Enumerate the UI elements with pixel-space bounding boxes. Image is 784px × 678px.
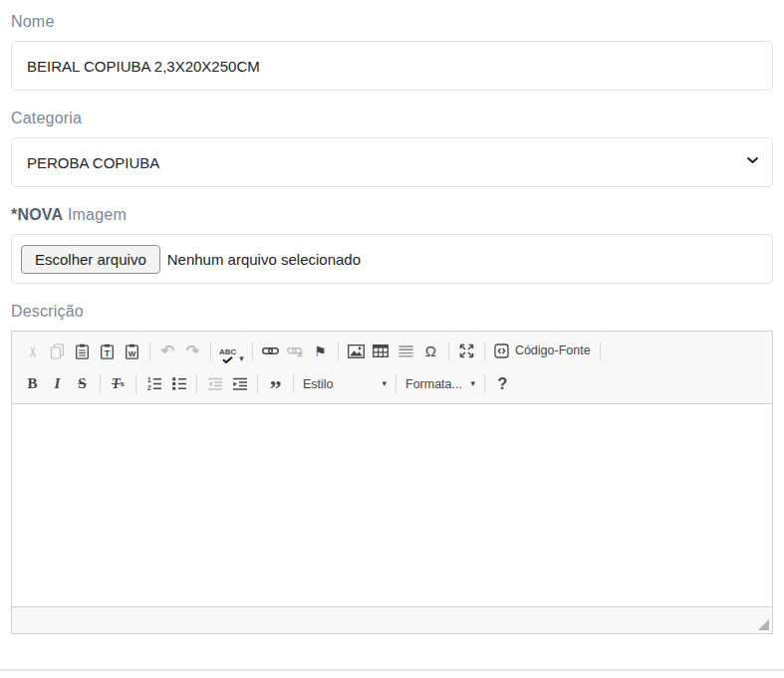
cut-icon[interactable]: ✂ <box>20 339 45 363</box>
toolbar-separator <box>149 341 150 360</box>
svg-text:W: W <box>129 348 136 357</box>
categoria-select-wrap: PEROBA COPIUBA <box>11 137 773 187</box>
toolbar-separator <box>293 374 294 393</box>
paragraph-format-dropdown[interactable]: Formata... ▾ <box>401 371 479 396</box>
product-form: Nome Categoria PEROBA COPIUBA *NOVA Imag… <box>0 13 784 634</box>
decrease-indent-icon[interactable] <box>202 371 227 396</box>
special-character-icon[interactable]: Ω <box>418 339 443 363</box>
table-icon[interactable] <box>369 339 393 363</box>
unlink-icon[interactable] <box>283 339 308 363</box>
toolbar-separator <box>135 374 136 393</box>
paragraph-format-label: Formata... <box>405 377 470 391</box>
svg-text:2: 2 <box>146 384 150 391</box>
source-code-icon <box>494 343 509 358</box>
imagem-label-text: Imagem <box>68 206 127 223</box>
file-status-text: Nenhum arquivo selecionado <box>167 251 361 268</box>
rich-text-editor: ✂ T W ↶ ↷ ABC <box>11 331 773 634</box>
categoria-label: Categoria <box>11 110 773 127</box>
redo-icon[interactable]: ↷ <box>180 339 205 363</box>
toolbar-separator <box>257 374 258 393</box>
choose-file-button[interactable]: Escolher arquivo <box>21 245 160 274</box>
imagem-label-strong: *NOVA <box>11 206 63 223</box>
source-code-button[interactable]: Código-Fonte <box>490 339 595 363</box>
toolbar-separator <box>484 341 485 360</box>
toolbar-separator <box>395 374 396 393</box>
toolbar-separator <box>210 341 211 360</box>
toolbar-separator <box>484 374 485 393</box>
toolbar-separator <box>600 341 601 360</box>
source-code-label: Código-Fonte <box>515 344 591 357</box>
horizontal-rule-icon[interactable] <box>393 339 418 363</box>
spellcheck-icon[interactable]: ABC ▾ <box>216 339 247 363</box>
italic-icon[interactable]: I <box>45 371 70 396</box>
chevron-down-icon: ▾ <box>382 379 387 388</box>
toolbar-separator <box>100 374 101 393</box>
toolbar-row-1: ✂ T W ↶ ↷ ABC <box>20 335 764 367</box>
toolbar-row-2: B I S Tx 12 ” <box>20 367 764 400</box>
toolbar-separator <box>338 341 339 360</box>
editor-statusbar <box>12 606 772 633</box>
toolbar-separator <box>448 341 449 360</box>
paste-from-word-icon[interactable]: W <box>120 339 144 363</box>
bold-icon[interactable]: B <box>20 371 45 396</box>
imagem-label: *NOVA Imagem <box>11 206 773 224</box>
editor-content[interactable] <box>12 404 772 606</box>
nome-input[interactable] <box>11 41 773 91</box>
anchor-icon[interactable]: ⚑ <box>308 339 333 363</box>
toolbar-separator <box>252 341 253 360</box>
paste-icon[interactable] <box>70 339 95 363</box>
link-icon[interactable] <box>258 339 283 363</box>
remove-format-icon[interactable]: Tx <box>106 371 131 396</box>
chevron-down-icon: ▾ <box>470 379 475 388</box>
editor-toolbar: ✂ T W ↶ ↷ ABC <box>12 332 772 404</box>
resize-handle-icon[interactable] <box>758 619 769 630</box>
toolbar-separator <box>196 374 197 393</box>
image-icon[interactable] <box>344 339 369 363</box>
svg-text:T: T <box>105 347 111 357</box>
strikethrough-icon[interactable]: S <box>70 371 95 396</box>
file-input[interactable]: Escolher arquivo Nenhum arquivo selecion… <box>11 234 773 284</box>
maximize-icon[interactable] <box>454 339 479 363</box>
blockquote-icon[interactable]: ” <box>263 371 288 396</box>
increase-indent-icon[interactable] <box>227 371 252 396</box>
numbered-list-icon[interactable]: 12 <box>141 371 166 396</box>
undo-icon[interactable]: ↶ <box>155 339 180 363</box>
categoria-select[interactable]: PEROBA COPIUBA <box>11 137 773 187</box>
bulleted-list-icon[interactable] <box>166 371 191 396</box>
copy-icon[interactable] <box>45 339 70 363</box>
nome-label: Nome <box>11 13 773 31</box>
descricao-label: Descrição <box>11 303 773 321</box>
styles-dropdown-label: Estilo <box>303 377 382 391</box>
page-divider <box>0 669 784 671</box>
svg-text:1: 1 <box>146 376 150 383</box>
paste-plain-text-icon[interactable]: T <box>95 339 120 363</box>
styles-dropdown[interactable]: Estilo ▾ <box>299 371 391 396</box>
about-icon[interactable]: ? <box>490 371 515 396</box>
